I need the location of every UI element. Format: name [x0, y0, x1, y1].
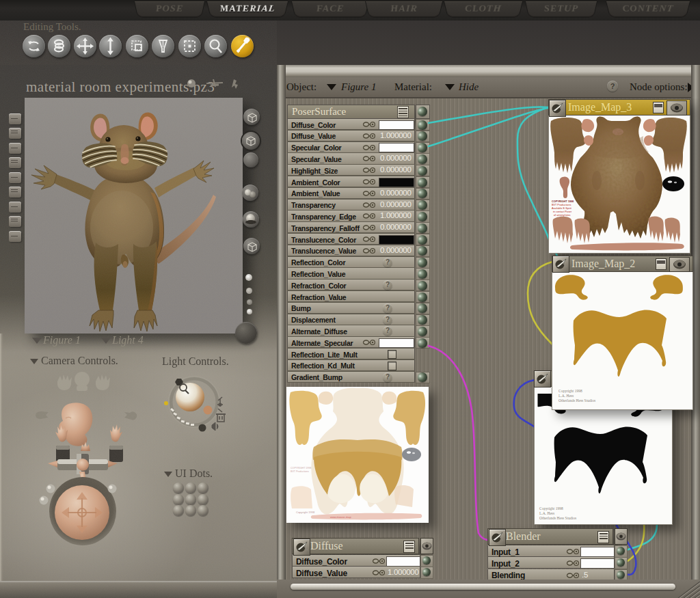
svg-text:Copyright 1998: Copyright 1998 — [539, 506, 563, 511]
svg-text:Copyright 1998: Copyright 1998 — [296, 511, 315, 514]
svg-text:Otherlands Hess Studios: Otherlands Hess Studios — [558, 398, 595, 403]
svg-text:Otherlands Hess Studios: Otherlands Hess Studios — [539, 516, 576, 520]
svg-text:COPYRIGHT 1998: COPYRIGHT 1998 — [552, 200, 574, 203]
svg-text:L.A. Hess: L.A. Hess — [558, 394, 574, 398]
svg-text:in contact Poser: in contact Poser — [553, 210, 572, 213]
svg-text:www.mouse-map: www.mouse-map — [330, 515, 351, 519]
svg-text:of artistry/sites: of artistry/sites — [554, 214, 571, 217]
svg-text:Available E-Spirit: Available E-Spirit — [552, 207, 572, 210]
svg-text:Copyright 1998: Copyright 1998 — [558, 389, 582, 393]
svg-text:BVT Productions: BVT Productions — [552, 204, 571, 206]
svg-text:L.A. Hess: L.A. Hess — [539, 511, 554, 515]
svg-text:BVT Productions: BVT Productions — [291, 470, 309, 473]
svg-text:COPYRIGHT 1998: COPYRIGHT 1998 — [291, 467, 311, 470]
